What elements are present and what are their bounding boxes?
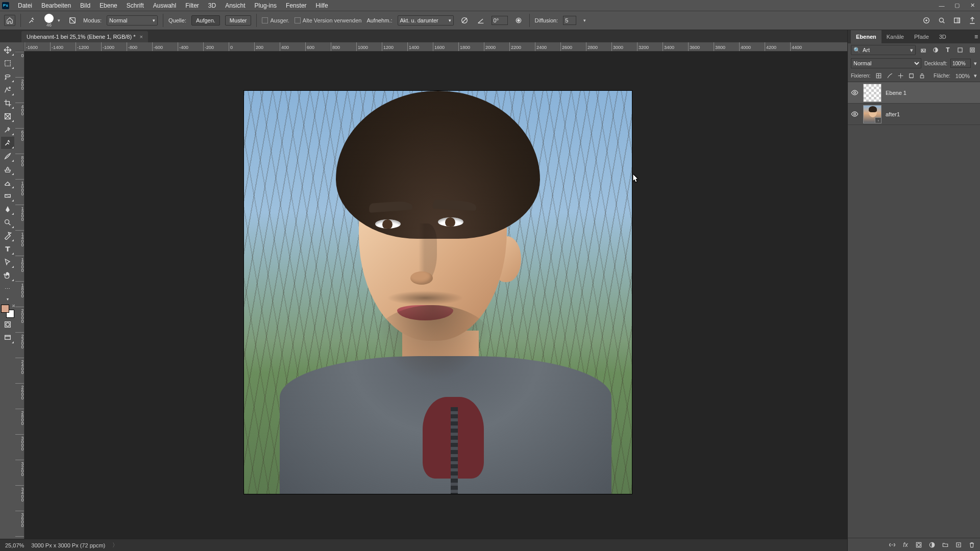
gradient-tool[interactable]	[1, 190, 14, 202]
workspace-switcher-icon[interactable]	[952, 16, 962, 25]
tab-paths[interactable]: Pfade	[909, 30, 934, 43]
source-pattern-button[interactable]: Muster	[225, 15, 252, 26]
source-sampled-button[interactable]: Aufgen.	[191, 15, 220, 26]
screen-mode-tool[interactable]	[1, 332, 14, 344]
pen-tool2[interactable]	[1, 230, 14, 242]
marquee-tool[interactable]	[1, 57, 14, 69]
frame-tool[interactable]	[1, 110, 14, 122]
layer-blend-mode-select[interactable]: Normal	[851, 58, 921, 68]
pressure-for-size-icon[interactable]	[513, 15, 524, 26]
tab-channels[interactable]: Kanäle	[881, 30, 909, 43]
brush-tool[interactable]	[1, 150, 14, 162]
legacy-checkbox[interactable]: Alte Version verwenden	[295, 17, 362, 23]
opacity-input[interactable]: 100%	[950, 59, 971, 68]
share-icon[interactable]	[968, 16, 977, 25]
chevron-down-icon[interactable]: ▾	[56, 17, 62, 23]
adjustment-layer-icon[interactable]	[928, 541, 936, 549]
layer-row[interactable]: ▫ after1	[848, 104, 980, 125]
tab-3d[interactable]: 3D	[934, 30, 951, 43]
angle-dial-icon[interactable]	[475, 15, 486, 26]
more-tools-icon[interactable]: ⋯	[1, 283, 14, 295]
aligned-checkbox[interactable]: Ausger.	[262, 17, 289, 23]
menu-view[interactable]: Ansicht	[220, 2, 250, 9]
document-canvas[interactable]	[244, 91, 632, 494]
panel-menu-icon[interactable]: ≡	[974, 33, 978, 40]
edit-toolbar-icon[interactable]: ▾	[1, 296, 14, 302]
home-button[interactable]	[4, 15, 15, 26]
canvas-area[interactable]	[24, 52, 847, 539]
delete-layer-icon[interactable]	[968, 541, 976, 549]
clone-stamp-tool[interactable]	[1, 163, 14, 176]
visibility-toggle-icon[interactable]	[850, 88, 859, 97]
menu-window[interactable]: Fenster	[281, 2, 311, 9]
chevron-down-icon[interactable]: ▾	[974, 60, 977, 67]
zoom-level[interactable]: 25,07%	[5, 542, 24, 548]
diffusion-input[interactable]	[563, 16, 576, 25]
filter-pixel-icon[interactable]	[919, 45, 928, 55]
close-button[interactable]: ✕	[965, 0, 980, 11]
pen-tool[interactable]	[1, 203, 14, 215]
chevron-down-icon[interactable]: ▾	[974, 72, 977, 79]
layer-style-icon[interactable]: fx	[901, 541, 910, 549]
blend-mode-select[interactable]: Normal▾	[107, 15, 158, 26]
tab-layers[interactable]: Ebenen	[851, 30, 881, 43]
filter-type-icon[interactable]: T	[943, 45, 952, 55]
document-info-menu-icon[interactable]: 〉	[112, 541, 118, 549]
ruler-origin[interactable]	[15, 42, 24, 52]
layer-name[interactable]: after1	[886, 111, 900, 117]
quick-selection-tool[interactable]	[1, 84, 14, 96]
cloud-docs-icon[interactable]	[922, 16, 931, 25]
new-layer-icon[interactable]	[954, 541, 963, 549]
menu-layer[interactable]: Ebene	[95, 2, 122, 9]
filter-shape-icon[interactable]	[955, 45, 965, 55]
minimize-button[interactable]: —	[934, 0, 949, 11]
menu-type[interactable]: Schrift	[122, 2, 149, 9]
fill-input[interactable]: 100%	[955, 73, 970, 79]
move-tool[interactable]	[1, 44, 14, 56]
brush-preset-picker[interactable]: 46 ▾	[42, 14, 62, 28]
visibility-toggle-icon[interactable]	[850, 110, 859, 119]
horizontal-ruler[interactable]: -1600-1400-1200-1000-800-600-400-2000200…	[24, 42, 847, 52]
lock-transparency-icon[interactable]	[875, 72, 882, 80]
dodge-tool[interactable]	[1, 216, 14, 229]
vertical-ruler[interactable]: 0200400600800100012001400160018002000220…	[15, 52, 24, 539]
crop-tool[interactable]	[1, 97, 14, 109]
document-tab[interactable]: Unbenannt-1 bei 25,1% (Ebene 1, RGB/8) *…	[21, 31, 148, 42]
swap-colors-icon[interactable]: ⤭	[12, 304, 15, 308]
layer-name[interactable]: Ebene 1	[886, 90, 906, 96]
angle-input[interactable]	[492, 16, 508, 25]
menu-image[interactable]: Bild	[76, 2, 95, 9]
foreground-color-swatch[interactable]	[1, 305, 9, 313]
menu-help[interactable]: Hilfe	[311, 2, 333, 9]
menu-file[interactable]: Datei	[13, 2, 37, 9]
document-info[interactable]: 3000 Px x 3000 Px (72 ppcm)	[31, 542, 105, 548]
eyedropper-tool[interactable]	[1, 123, 14, 136]
ignore-adjustment-layers-icon[interactable]	[459, 15, 470, 26]
layer-filter-type[interactable]: 🔍 ▾	[851, 45, 916, 55]
maximize-button[interactable]: ▢	[949, 0, 965, 11]
filter-adjustment-icon[interactable]	[931, 45, 940, 55]
eraser-tool[interactable]	[1, 177, 14, 189]
chevron-down-icon[interactable]: ▾	[581, 17, 587, 23]
menu-edit[interactable]: Bearbeiten	[37, 2, 76, 9]
chevron-down-icon[interactable]: ▾	[910, 47, 913, 54]
lock-pixels-icon[interactable]	[887, 72, 893, 80]
link-layers-icon[interactable]	[888, 541, 896, 549]
lasso-tool[interactable]	[1, 70, 14, 83]
lock-position-icon[interactable]	[897, 72, 904, 80]
path-selection-tool[interactable]	[1, 256, 14, 268]
menu-3d[interactable]: 3D	[204, 2, 220, 9]
close-icon[interactable]: ×	[139, 34, 142, 40]
hand-tool[interactable]	[1, 269, 14, 282]
healing-brush-tool[interactable]	[1, 137, 14, 149]
type-tool[interactable]	[1, 243, 14, 255]
layer-thumbnail[interactable]: ▫	[863, 105, 881, 123]
layer-thumbnail[interactable]	[863, 84, 881, 102]
layer-mask-icon[interactable]	[915, 541, 923, 549]
sample-select[interactable]: Akt. u. darunter▾	[398, 15, 454, 26]
search-icon[interactable]	[937, 16, 946, 25]
menu-filter[interactable]: Filter	[181, 2, 204, 9]
lock-artboard-icon[interactable]	[908, 72, 915, 80]
menu-select[interactable]: Auswahl	[149, 2, 181, 9]
layer-row[interactable]: Ebene 1	[848, 82, 980, 104]
